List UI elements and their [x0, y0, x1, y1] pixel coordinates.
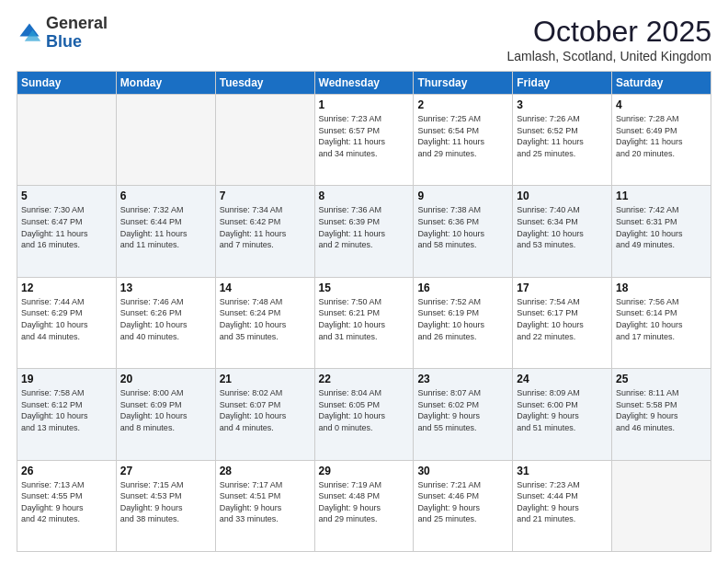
day-number: 28: [220, 465, 311, 477]
day-info: Sunrise: 7:13 AM Sunset: 4:55 PM Dayligh…: [21, 479, 112, 525]
day-number: 11: [616, 190, 707, 202]
table-row: [17, 95, 117, 186]
table-row: 5Sunrise: 7:30 AM Sunset: 6:47 PM Daylig…: [17, 186, 117, 277]
table-row: 25Sunrise: 8:11 AM Sunset: 5:58 PM Dayli…: [612, 369, 711, 460]
table-row: 26Sunrise: 7:13 AM Sunset: 4:55 PM Dayli…: [17, 460, 117, 551]
header: General Blue October 2025 Lamlash, Scotl…: [17, 15, 711, 63]
day-number: 3: [517, 98, 608, 111]
calendar-header-row: Sunday Monday Tuesday Wednesday Thursday…: [17, 72, 711, 95]
day-number: 12: [21, 282, 112, 294]
day-number: 16: [417, 282, 508, 294]
table-row: 6Sunrise: 7:32 AM Sunset: 6:44 PM Daylig…: [116, 186, 215, 277]
day-info: Sunrise: 8:00 AM Sunset: 6:09 PM Dayligh…: [120, 387, 211, 433]
table-row: 7Sunrise: 7:34 AM Sunset: 6:42 PM Daylig…: [215, 186, 314, 277]
day-number: 7: [220, 190, 311, 202]
calendar-table: Sunday Monday Tuesday Wednesday Thursday…: [17, 71, 711, 552]
col-wednesday: Wednesday: [314, 72, 414, 95]
day-info: Sunrise: 7:21 AM Sunset: 4:46 PM Dayligh…: [417, 479, 508, 525]
table-row: [612, 460, 711, 551]
table-row: 17Sunrise: 7:54 AM Sunset: 6:17 PM Dayli…: [513, 277, 612, 368]
day-info: Sunrise: 8:11 AM Sunset: 5:58 PM Dayligh…: [616, 387, 707, 433]
day-info: Sunrise: 7:40 AM Sunset: 6:34 PM Dayligh…: [517, 204, 608, 250]
day-number: 4: [616, 98, 707, 111]
day-info: Sunrise: 7:38 AM Sunset: 6:36 PM Dayligh…: [417, 204, 508, 250]
table-row: 3Sunrise: 7:26 AM Sunset: 6:52 PM Daylig…: [513, 95, 612, 186]
table-row: 19Sunrise: 7:58 AM Sunset: 6:12 PM Dayli…: [17, 369, 117, 460]
day-info: Sunrise: 7:17 AM Sunset: 4:51 PM Dayligh…: [220, 479, 311, 525]
logo-general: General: [46, 14, 108, 32]
table-row: 20Sunrise: 8:00 AM Sunset: 6:09 PM Dayli…: [116, 369, 215, 460]
day-info: Sunrise: 7:19 AM Sunset: 4:48 PM Dayligh…: [319, 479, 410, 525]
table-row: 21Sunrise: 8:02 AM Sunset: 6:07 PM Dayli…: [215, 369, 314, 460]
day-number: 1: [319, 98, 410, 111]
table-row: 2Sunrise: 7:25 AM Sunset: 6:54 PM Daylig…: [414, 95, 513, 186]
day-info: Sunrise: 7:42 AM Sunset: 6:31 PM Dayligh…: [616, 204, 707, 250]
day-info: Sunrise: 7:50 AM Sunset: 6:21 PM Dayligh…: [319, 296, 410, 342]
col-sunday: Sunday: [17, 72, 117, 95]
day-info: Sunrise: 8:02 AM Sunset: 6:07 PM Dayligh…: [220, 387, 311, 433]
col-tuesday: Tuesday: [215, 72, 314, 95]
day-info: Sunrise: 8:04 AM Sunset: 6:05 PM Dayligh…: [319, 387, 410, 433]
table-row: 24Sunrise: 8:09 AM Sunset: 6:00 PM Dayli…: [513, 369, 612, 460]
table-row: 28Sunrise: 7:17 AM Sunset: 4:51 PM Dayli…: [215, 460, 314, 551]
day-number: 23: [417, 373, 508, 385]
calendar-week-row: 26Sunrise: 7:13 AM Sunset: 4:55 PM Dayli…: [17, 460, 711, 551]
table-row: 30Sunrise: 7:21 AM Sunset: 4:46 PM Dayli…: [414, 460, 513, 551]
col-saturday: Saturday: [612, 72, 711, 95]
day-info: Sunrise: 7:26 AM Sunset: 6:52 PM Dayligh…: [517, 113, 608, 159]
table-row: 10Sunrise: 7:40 AM Sunset: 6:34 PM Dayli…: [513, 186, 612, 277]
table-row: 18Sunrise: 7:56 AM Sunset: 6:14 PM Dayli…: [612, 277, 711, 368]
day-number: 2: [417, 98, 508, 111]
day-number: 6: [120, 190, 211, 202]
location: Lamlash, Scotland, United Kingdom: [506, 49, 711, 63]
day-info: Sunrise: 7:25 AM Sunset: 6:54 PM Dayligh…: [417, 113, 508, 159]
table-row: [215, 95, 314, 186]
table-row: 8Sunrise: 7:36 AM Sunset: 6:39 PM Daylig…: [314, 186, 414, 277]
day-number: 9: [417, 190, 508, 202]
day-number: 14: [220, 282, 311, 294]
table-row: 4Sunrise: 7:28 AM Sunset: 6:49 PM Daylig…: [612, 95, 711, 186]
calendar-week-row: 5Sunrise: 7:30 AM Sunset: 6:47 PM Daylig…: [17, 186, 711, 277]
day-number: 5: [21, 190, 112, 202]
logo-icon: [17, 20, 42, 46]
day-info: Sunrise: 8:07 AM Sunset: 6:02 PM Dayligh…: [417, 387, 508, 433]
table-row: 11Sunrise: 7:42 AM Sunset: 6:31 PM Dayli…: [612, 186, 711, 277]
day-number: 17: [517, 282, 608, 294]
day-number: 13: [120, 282, 211, 294]
day-number: 29: [319, 465, 410, 477]
day-info: Sunrise: 7:23 AM Sunset: 6:57 PM Dayligh…: [319, 113, 410, 159]
day-number: 21: [220, 373, 311, 385]
day-info: Sunrise: 7:46 AM Sunset: 6:26 PM Dayligh…: [120, 296, 211, 342]
day-info: Sunrise: 7:44 AM Sunset: 6:29 PM Dayligh…: [21, 296, 112, 342]
table-row: 12Sunrise: 7:44 AM Sunset: 6:29 PM Dayli…: [17, 277, 117, 368]
logo: General Blue: [17, 15, 108, 52]
day-number: 31: [517, 465, 608, 477]
table-row: 31Sunrise: 7:23 AM Sunset: 4:44 PM Dayli…: [513, 460, 612, 551]
table-row: 1Sunrise: 7:23 AM Sunset: 6:57 PM Daylig…: [314, 95, 414, 186]
day-info: Sunrise: 7:52 AM Sunset: 6:19 PM Dayligh…: [417, 296, 508, 342]
calendar-week-row: 19Sunrise: 7:58 AM Sunset: 6:12 PM Dayli…: [17, 369, 711, 460]
day-number: 20: [120, 373, 211, 385]
day-number: 18: [616, 282, 707, 294]
logo-blue: Blue: [46, 32, 82, 51]
col-monday: Monday: [116, 72, 215, 95]
day-number: 22: [319, 373, 410, 385]
col-friday: Friday: [513, 72, 612, 95]
table-row: [116, 95, 215, 186]
day-info: Sunrise: 7:30 AM Sunset: 6:47 PM Dayligh…: [21, 204, 112, 250]
col-thursday: Thursday: [414, 72, 513, 95]
table-row: 13Sunrise: 7:46 AM Sunset: 6:26 PM Dayli…: [116, 277, 215, 368]
table-row: 14Sunrise: 7:48 AM Sunset: 6:24 PM Dayli…: [215, 277, 314, 368]
day-info: Sunrise: 7:34 AM Sunset: 6:42 PM Dayligh…: [220, 204, 311, 250]
day-number: 26: [21, 465, 112, 477]
day-number: 8: [319, 190, 410, 202]
day-number: 30: [417, 465, 508, 477]
day-info: Sunrise: 7:48 AM Sunset: 6:24 PM Dayligh…: [220, 296, 311, 342]
day-info: Sunrise: 7:15 AM Sunset: 4:53 PM Dayligh…: [120, 479, 211, 525]
day-number: 10: [517, 190, 608, 202]
calendar-week-row: 1Sunrise: 7:23 AM Sunset: 6:57 PM Daylig…: [17, 95, 711, 186]
table-row: 29Sunrise: 7:19 AM Sunset: 4:48 PM Dayli…: [314, 460, 414, 551]
month-title: October 2025: [506, 15, 711, 49]
day-info: Sunrise: 7:23 AM Sunset: 4:44 PM Dayligh…: [517, 479, 608, 525]
logo-text: General Blue: [46, 15, 108, 52]
